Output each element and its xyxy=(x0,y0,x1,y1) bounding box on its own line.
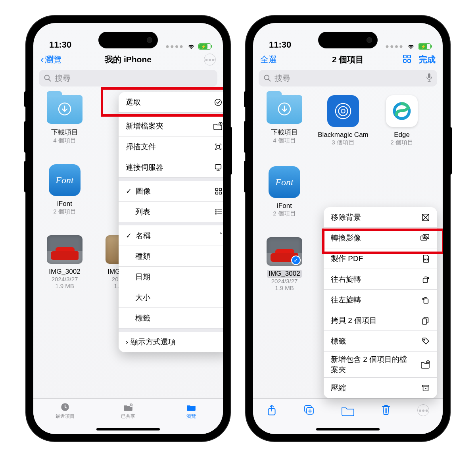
svg-rect-10 xyxy=(219,192,222,194)
battery-icon: ⚡ xyxy=(198,43,211,50)
menu-tags[interactable]: 標籤 xyxy=(324,331,437,352)
blackmagic-icon xyxy=(327,95,359,127)
new-folder-icon xyxy=(420,360,430,369)
grid-icon xyxy=(215,187,223,195)
archive-icon xyxy=(421,384,430,392)
menu-sort-tags[interactable]: 標籤 xyxy=(119,308,223,329)
svg-text:PDF: PDF xyxy=(424,258,429,260)
menu-convert-image[interactable]: 轉換影像 xyxy=(324,228,437,248)
more-button: ●●● xyxy=(417,404,429,416)
svg-rect-40 xyxy=(422,319,427,324)
search-field[interactable]: 搜尋 xyxy=(39,70,217,86)
menu-scan[interactable]: 掃描文件 xyxy=(119,136,223,157)
nav-bar: 全選 2 個項目 完成 xyxy=(253,51,443,68)
tab-shared[interactable]: 已共享 xyxy=(96,402,159,425)
menu-compress[interactable]: 壓縮 xyxy=(324,378,437,398)
menu-select[interactable]: 選取 xyxy=(119,92,223,113)
folder-downloads[interactable]: 下載項目 4 個項目 xyxy=(259,95,310,146)
context-menu: 選取 新增檔案夾 掃描文件 連接伺服器 圖像 列表 xyxy=(119,92,223,352)
svg-point-29 xyxy=(339,107,348,116)
svg-line-1 xyxy=(49,79,51,81)
menu-sort-size[interactable]: 大小 xyxy=(119,287,223,308)
copy-icon xyxy=(421,316,430,325)
menu-sort-kind[interactable]: 種類 xyxy=(119,246,223,267)
volume-down xyxy=(244,161,246,192)
menu-copy[interactable]: 拷貝 2 個項目 xyxy=(324,310,437,331)
move-button[interactable] xyxy=(341,404,355,418)
file-img-3002-selected[interactable]: ✓ IMG_3002 2024/3/27 1.9 MB xyxy=(259,237,310,291)
tab-recents[interactable]: 最近項目 xyxy=(33,402,96,425)
menu-rotate-right[interactable]: 往右旋轉 xyxy=(324,269,437,290)
folder-icon xyxy=(186,402,197,412)
page-title: 我的 iPhone xyxy=(33,54,223,65)
svg-rect-6 xyxy=(215,164,221,169)
folder-ifont[interactable]: Font iFont 2 個項目 xyxy=(259,166,310,217)
menu-sort-date[interactable]: 日期 xyxy=(119,267,223,287)
home-indicator[interactable] xyxy=(316,428,380,430)
svg-point-3 xyxy=(215,99,222,106)
scan-icon xyxy=(214,142,223,151)
action-menu: 移除背景 轉換影像 製作 PDF PDF 往右旋轉 往左旋轉 拷貝 2 個項目 xyxy=(324,207,437,398)
search-icon xyxy=(44,74,52,82)
menu-remove-bg[interactable]: 移除背景 xyxy=(324,207,437,228)
download-icon xyxy=(58,102,72,119)
duplicate-button[interactable] xyxy=(303,404,315,417)
menu-rotate-left[interactable]: 往左旋轉 xyxy=(324,290,437,310)
convert-image-icon xyxy=(420,234,430,242)
svg-point-28 xyxy=(336,104,351,119)
chevron-up-icon: ˄ xyxy=(219,231,223,240)
share-button[interactable] xyxy=(267,404,277,418)
mute-switch xyxy=(244,91,246,107)
menu-view-grid[interactable]: 圖像 xyxy=(119,181,223,202)
folder-ifont[interactable]: Font iFont 2 個項目 xyxy=(39,164,90,215)
menu-make-pdf[interactable]: 製作 PDF PDF xyxy=(324,248,437,269)
search-icon xyxy=(263,74,271,82)
delete-button[interactable] xyxy=(381,404,391,417)
folder-downloads[interactable]: 下載項目 4 個項目 xyxy=(39,95,90,144)
menu-sort-name[interactable]: 名稱 ˄ xyxy=(119,225,223,246)
check-circle-icon xyxy=(214,98,223,107)
svg-rect-9 xyxy=(216,192,218,194)
folder-blackmagic[interactable]: Blackmagic Cam 3 個項目 xyxy=(317,95,369,146)
phone-left: 11:30 ●●●● ⚡ ‹瀏覽 我的 iPhone ●●● 搜尋 xyxy=(26,16,230,441)
volume-up xyxy=(244,121,246,153)
file-img-3002[interactable]: IMG_3002 2024/3/27 1.9 MB xyxy=(39,235,90,293)
search-placeholder: 搜尋 xyxy=(274,73,290,84)
tag-icon xyxy=(421,337,430,346)
power-button xyxy=(450,127,452,175)
pdf-icon: PDF xyxy=(422,254,430,263)
cell-signal-icon: ●●●● xyxy=(385,43,404,50)
svg-point-13 xyxy=(216,211,217,212)
svg-rect-20 xyxy=(403,55,406,58)
menu-view-list[interactable]: 列表 xyxy=(119,202,223,222)
menu-new-folder[interactable]: 新增檔案夾 xyxy=(119,116,223,136)
search-field[interactable]: 搜尋 xyxy=(259,70,437,86)
menu-new-folder-items[interactable]: 新增包含 2 個項目的檔案夾 xyxy=(324,352,437,378)
image-thumbnail xyxy=(47,235,83,264)
svg-point-41 xyxy=(424,339,425,340)
more-button[interactable]: ●●● xyxy=(204,54,216,65)
svg-point-18 xyxy=(129,403,133,407)
nav-bar: ‹瀏覽 我的 iPhone ●●● xyxy=(33,51,223,68)
mic-icon[interactable] xyxy=(426,73,432,84)
svg-rect-37 xyxy=(423,278,428,282)
power-button xyxy=(230,127,232,175)
view-grid-button[interactable] xyxy=(402,54,412,65)
menu-display-options[interactable]: › 顯示方式選項 xyxy=(119,332,223,352)
svg-point-11 xyxy=(216,209,217,210)
remove-bg-icon xyxy=(421,213,430,222)
done-button[interactable]: 完成 xyxy=(419,54,436,65)
tab-browse[interactable]: 瀏覽 xyxy=(160,402,223,425)
dynamic-island xyxy=(318,32,378,48)
clock-icon xyxy=(60,402,71,412)
menu-connect-server[interactable]: 連接伺服器 xyxy=(119,157,223,178)
list-icon xyxy=(215,208,223,216)
cell-signal-icon: ●●●● xyxy=(165,43,184,50)
folder-edge[interactable]: Edge 2 個項目 xyxy=(376,95,428,146)
svg-rect-38 xyxy=(424,299,428,303)
wifi-icon xyxy=(187,43,196,50)
svg-point-19 xyxy=(131,404,132,405)
home-indicator[interactable] xyxy=(96,428,160,430)
edge-icon xyxy=(386,95,418,127)
dynamic-island xyxy=(98,32,158,48)
